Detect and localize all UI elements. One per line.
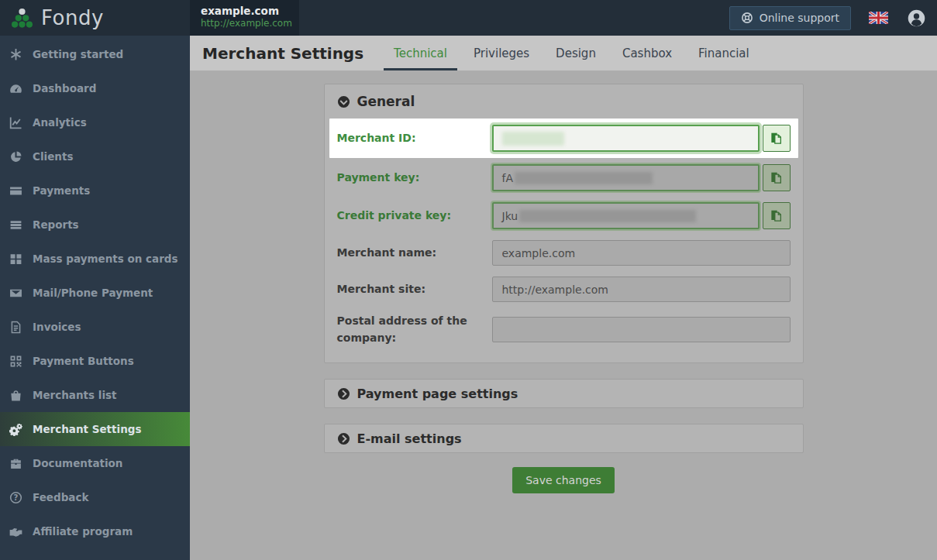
analytics-icon xyxy=(9,116,22,129)
field-row-merchant-site: Merchant site: xyxy=(337,277,791,302)
uk-flag-icon xyxy=(869,12,888,24)
sidebar-item-label: Reports xyxy=(33,218,79,231)
sidebar-item-label: Merchant Settings xyxy=(33,423,141,435)
sidebar-item-reports[interactable]: Reports xyxy=(0,208,190,242)
tab-technical[interactable]: Technical xyxy=(381,36,460,70)
sidebar-item-merchants-list[interactable]: Merchants list xyxy=(0,378,190,412)
sidebar-item-analytics[interactable]: Analytics xyxy=(0,105,190,139)
page-header: Merchant Settings Technical Privileges D… xyxy=(190,36,937,70)
general-panel: General Merchant ID: xyxy=(324,84,804,363)
credit-private-key-prefix: Jku xyxy=(502,210,518,222)
redacted-value xyxy=(519,210,696,222)
topbar-right: Online support xyxy=(729,6,937,30)
sidebar-item-merchant-settings[interactable]: Merchant Settings xyxy=(0,412,190,446)
online-support-button[interactable]: Online support xyxy=(729,6,851,30)
page-title: Merchant Settings xyxy=(202,44,363,63)
payment-key-prefix: fA xyxy=(502,172,514,184)
save-changes-button[interactable]: Save changes xyxy=(512,467,615,493)
main-area: example.com http://example.com Online su… xyxy=(190,0,937,560)
envelope-icon xyxy=(9,287,22,300)
merchant-name-label: Merchant name: xyxy=(337,245,492,262)
question-circle-icon: ? xyxy=(9,491,22,504)
dashboard-icon xyxy=(9,82,22,95)
fondy-logo[interactable]: Fondy xyxy=(0,0,190,36)
chevron-circle-right-icon xyxy=(337,387,350,400)
chevron-circle-right-icon xyxy=(337,432,350,445)
gears-icon xyxy=(9,423,22,436)
merchant-id-label: Merchant ID: xyxy=(337,130,492,147)
sidebar-item-dashboard[interactable]: Dashboard xyxy=(0,71,190,105)
general-panel-header[interactable]: General xyxy=(325,84,803,119)
handshake-icon xyxy=(9,525,22,538)
language-flag-uk[interactable] xyxy=(869,12,888,24)
merchant-name-input[interactable] xyxy=(492,240,791,266)
payment-page-settings-panel[interactable]: Payment page settings xyxy=(324,379,804,408)
field-row-payment-key: Payment key: fA xyxy=(337,164,791,191)
field-row-credit-private-key: Credit private key: Jku xyxy=(337,202,791,229)
sidebar-item-label: Dashboard xyxy=(33,82,96,94)
redacted-value xyxy=(502,132,564,146)
tab-financial[interactable]: Financial xyxy=(685,36,763,70)
email-settings-panel[interactable]: E-mail settings xyxy=(324,424,804,453)
sidebar-item-mass-payments[interactable]: Mass payments on cards xyxy=(0,242,190,276)
briefcase-icon xyxy=(9,457,22,470)
sidebar-item-label: Invoices xyxy=(33,321,81,333)
grid-icon xyxy=(9,253,22,266)
tab-cashbox[interactable]: Cashbox xyxy=(609,36,685,70)
sidebar-item-documentation[interactable]: Documentation xyxy=(0,446,190,480)
user-avatar[interactable] xyxy=(908,9,925,27)
credit-private-key-copy-button[interactable] xyxy=(763,202,791,229)
copy-icon xyxy=(770,132,783,145)
brand-name: Fondy xyxy=(41,6,104,29)
sidebar-item-label: Mass payments on cards xyxy=(33,253,178,265)
invoice-file-icon xyxy=(9,321,22,334)
topbar: example.com http://example.com Online su… xyxy=(190,0,937,36)
sidebar-item-label: Getting started xyxy=(33,48,123,60)
sidebar-item-mail-phone-payment[interactable]: Mail/Phone Payment xyxy=(0,276,190,310)
clients-icon xyxy=(9,150,22,163)
app-window: Fondy Getting started Dashboard Analytic… xyxy=(0,0,937,560)
email-settings-title: E-mail settings xyxy=(357,431,462,446)
fondy-logo-icon xyxy=(10,8,34,29)
shopping-bag-icon xyxy=(9,389,22,402)
credit-card-icon xyxy=(9,184,22,198)
sidebar-item-label: Merchants list xyxy=(33,389,117,401)
sidebar-item-feedback[interactable]: ? Feedback xyxy=(0,480,190,514)
sidebar-item-payments[interactable]: Payments xyxy=(0,173,190,208)
life-ring-icon xyxy=(741,12,753,24)
sidebar-item-payment-buttons[interactable]: Payment Buttons xyxy=(0,344,190,378)
credit-private-key-input[interactable]: Jku xyxy=(492,202,760,229)
payment-key-input[interactable]: fA xyxy=(492,164,760,191)
sidebar-item-getting-started[interactable]: Getting started xyxy=(0,37,190,71)
merchant-site-input[interactable] xyxy=(492,277,791,302)
tab-privileges[interactable]: Privileges xyxy=(460,36,543,70)
svg-text:?: ? xyxy=(14,493,19,502)
sidebar-item-label: Feedback xyxy=(33,491,88,503)
sidebar-item-clients[interactable]: Clients xyxy=(0,139,190,173)
postal-address-input[interactable] xyxy=(492,317,791,342)
merchant-site-label: Merchant site: xyxy=(337,281,492,298)
sidebar-item-affiliate-program[interactable]: Affiliate program xyxy=(0,514,190,548)
credit-private-key-label: Credit private key: xyxy=(337,208,492,225)
general-fields: Merchant ID: xyxy=(325,119,803,362)
sidebar: Fondy Getting started Dashboard Analytic… xyxy=(0,0,190,560)
qrcode-icon xyxy=(9,355,22,368)
field-row-postal-address: Postal address of the company: xyxy=(337,313,791,346)
merchant-tab-url: http://example.com xyxy=(201,18,299,29)
copy-icon xyxy=(770,171,783,184)
sidebar-item-label: Documentation xyxy=(33,457,122,469)
field-row-merchant-id: Merchant ID: xyxy=(329,119,798,158)
redacted-value xyxy=(515,172,653,184)
merchant-id-input[interactable] xyxy=(492,125,760,152)
merchant-id-copy-button[interactable] xyxy=(763,125,791,152)
payment-key-copy-button[interactable] xyxy=(763,164,791,191)
active-merchant-tab[interactable]: example.com http://example.com xyxy=(190,0,299,36)
sidebar-item-invoices[interactable]: Invoices xyxy=(0,310,190,344)
tab-design[interactable]: Design xyxy=(543,36,609,70)
online-support-label: Online support xyxy=(760,12,839,24)
sidebar-item-label: Payment Buttons xyxy=(33,355,134,367)
payment-key-label: Payment key: xyxy=(337,170,492,187)
sidebar-item-label: Mail/Phone Payment xyxy=(33,287,153,299)
sidebar-nav: Getting started Dashboard Analytics Clie… xyxy=(0,36,190,560)
user-circle-icon xyxy=(908,9,925,27)
